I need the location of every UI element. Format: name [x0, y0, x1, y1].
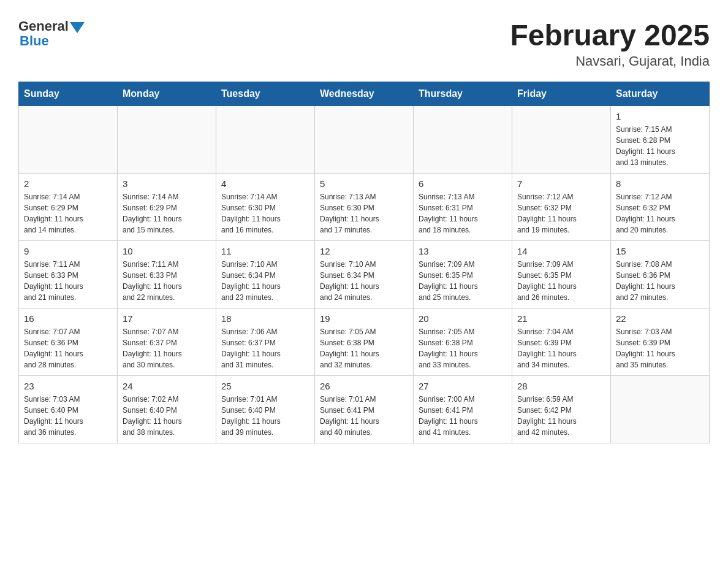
day-number: 28 — [517, 381, 605, 391]
calendar-cell: 9Sunrise: 7:11 AMSunset: 6:33 PMDaylight… — [19, 241, 118, 308]
day-number: 9 — [24, 246, 112, 256]
calendar-cell — [216, 106, 315, 174]
calendar-cell: 24Sunrise: 7:02 AMSunset: 6:40 PMDayligh… — [118, 376, 216, 443]
day-info: Sunrise: 6:59 AMSunset: 6:42 PMDaylight:… — [517, 394, 605, 438]
month-title: February 2025 — [510, 18, 710, 52]
calendar-cell: 20Sunrise: 7:05 AMSunset: 6:38 PMDayligh… — [414, 308, 512, 376]
day-info: Sunrise: 7:14 AMSunset: 6:29 PMDaylight:… — [24, 191, 112, 236]
calendar-cell: 28Sunrise: 6:59 AMSunset: 6:42 PMDayligh… — [512, 376, 611, 443]
calendar-table: SundayMondayTuesdayWednesdayThursdayFrid… — [18, 82, 710, 443]
day-number: 12 — [320, 246, 408, 256]
day-info: Sunrise: 7:09 AMSunset: 6:35 PMDaylight:… — [517, 259, 605, 303]
page-header: General Blue February 2025 Navsari, Guja… — [18, 18, 710, 69]
calendar-week-row: 23Sunrise: 7:03 AMSunset: 6:40 PMDayligh… — [19, 376, 710, 443]
day-number: 16 — [24, 313, 112, 324]
day-header-saturday: Saturday — [611, 82, 710, 106]
calendar-cell — [512, 106, 611, 174]
calendar-cell — [315, 106, 414, 174]
day-info: Sunrise: 7:15 AMSunset: 6:28 PMDaylight:… — [616, 124, 704, 168]
calendar-cell: 6Sunrise: 7:13 AMSunset: 6:31 PMDaylight… — [414, 174, 512, 241]
day-number: 5 — [320, 178, 408, 189]
day-header-friday: Friday — [512, 82, 611, 106]
calendar-cell: 2Sunrise: 7:14 AMSunset: 6:29 PMDaylight… — [19, 174, 118, 241]
day-info: Sunrise: 7:12 AMSunset: 6:32 PMDaylight:… — [517, 191, 605, 236]
calendar-cell: 10Sunrise: 7:11 AMSunset: 6:33 PMDayligh… — [118, 241, 216, 308]
day-header-wednesday: Wednesday — [315, 82, 414, 106]
day-number: 3 — [123, 178, 211, 189]
day-number: 18 — [221, 313, 309, 324]
logo-triangle-icon — [70, 22, 85, 33]
day-header-monday: Monday — [118, 82, 216, 106]
day-number: 17 — [123, 313, 211, 324]
day-number: 4 — [221, 178, 309, 189]
day-info: Sunrise: 7:07 AMSunset: 6:36 PMDaylight:… — [24, 326, 112, 370]
day-info: Sunrise: 7:10 AMSunset: 6:34 PMDaylight:… — [320, 259, 408, 303]
day-number: 11 — [221, 246, 309, 256]
day-number: 21 — [517, 313, 605, 324]
calendar-body: 1Sunrise: 7:15 AMSunset: 6:28 PMDaylight… — [19, 106, 710, 443]
calendar-header: SundayMondayTuesdayWednesdayThursdayFrid… — [19, 82, 710, 106]
calendar-cell: 15Sunrise: 7:08 AMSunset: 6:36 PMDayligh… — [611, 241, 710, 308]
day-number: 7 — [517, 178, 605, 189]
day-info: Sunrise: 7:05 AMSunset: 6:38 PMDaylight:… — [419, 326, 507, 370]
calendar-cell: 8Sunrise: 7:12 AMSunset: 6:32 PMDaylight… — [611, 174, 710, 241]
calendar-cell: 22Sunrise: 7:03 AMSunset: 6:39 PMDayligh… — [611, 308, 710, 376]
day-number: 2 — [24, 178, 112, 189]
calendar-cell: 21Sunrise: 7:04 AMSunset: 6:39 PMDayligh… — [512, 308, 611, 376]
calendar-cell: 12Sunrise: 7:10 AMSunset: 6:34 PMDayligh… — [315, 241, 414, 308]
day-number: 22 — [616, 313, 704, 324]
calendar-cell: 17Sunrise: 7:07 AMSunset: 6:37 PMDayligh… — [118, 308, 216, 376]
day-number: 1 — [616, 111, 704, 121]
day-info: Sunrise: 7:13 AMSunset: 6:31 PMDaylight:… — [419, 191, 507, 236]
day-header-sunday: Sunday — [19, 82, 118, 106]
calendar-cell: 13Sunrise: 7:09 AMSunset: 6:35 PMDayligh… — [414, 241, 512, 308]
day-number: 26 — [320, 381, 408, 391]
day-number: 14 — [517, 246, 605, 256]
day-info: Sunrise: 7:00 AMSunset: 6:41 PMDaylight:… — [419, 394, 507, 438]
calendar-week-row: 2Sunrise: 7:14 AMSunset: 6:29 PMDaylight… — [19, 174, 710, 241]
calendar-week-row: 16Sunrise: 7:07 AMSunset: 6:36 PMDayligh… — [19, 308, 710, 376]
day-number: 20 — [419, 313, 507, 324]
day-info: Sunrise: 7:11 AMSunset: 6:33 PMDaylight:… — [24, 259, 112, 303]
calendar-cell: 26Sunrise: 7:01 AMSunset: 6:41 PMDayligh… — [315, 376, 414, 443]
calendar-cell: 27Sunrise: 7:00 AMSunset: 6:41 PMDayligh… — [414, 376, 512, 443]
calendar-cell: 18Sunrise: 7:06 AMSunset: 6:37 PMDayligh… — [216, 308, 315, 376]
calendar-cell — [19, 106, 118, 174]
day-number: 24 — [123, 381, 211, 391]
calendar-cell: 3Sunrise: 7:14 AMSunset: 6:29 PMDaylight… — [118, 174, 216, 241]
calendar-week-row: 9Sunrise: 7:11 AMSunset: 6:33 PMDaylight… — [19, 241, 710, 308]
calendar-cell: 19Sunrise: 7:05 AMSunset: 6:38 PMDayligh… — [315, 308, 414, 376]
calendar-cell — [118, 106, 216, 174]
day-info: Sunrise: 7:11 AMSunset: 6:33 PMDaylight:… — [123, 259, 211, 303]
day-info: Sunrise: 7:03 AMSunset: 6:39 PMDaylight:… — [616, 326, 704, 370]
day-info: Sunrise: 7:14 AMSunset: 6:29 PMDaylight:… — [123, 191, 211, 236]
calendar-week-row: 1Sunrise: 7:15 AMSunset: 6:28 PMDaylight… — [19, 106, 710, 174]
day-number: 10 — [123, 246, 211, 256]
calendar-cell: 4Sunrise: 7:14 AMSunset: 6:30 PMDaylight… — [216, 174, 315, 241]
logo-blue-text: Blue — [20, 33, 49, 49]
day-header-thursday: Thursday — [414, 82, 512, 106]
day-number: 23 — [24, 381, 112, 391]
calendar-cell: 14Sunrise: 7:09 AMSunset: 6:35 PMDayligh… — [512, 241, 611, 308]
calendar-cell: 1Sunrise: 7:15 AMSunset: 6:28 PMDaylight… — [611, 106, 710, 174]
calendar-cell: 25Sunrise: 7:01 AMSunset: 6:40 PMDayligh… — [216, 376, 315, 443]
day-number: 25 — [221, 381, 309, 391]
calendar-cell: 23Sunrise: 7:03 AMSunset: 6:40 PMDayligh… — [19, 376, 118, 443]
day-header-row: SundayMondayTuesdayWednesdayThursdayFrid… — [19, 82, 710, 106]
title-block: February 2025 Navsari, Gujarat, India — [510, 18, 710, 69]
day-info: Sunrise: 7:10 AMSunset: 6:34 PMDaylight:… — [221, 259, 309, 303]
calendar-cell: 7Sunrise: 7:12 AMSunset: 6:32 PMDaylight… — [512, 174, 611, 241]
day-number: 15 — [616, 246, 704, 256]
day-header-tuesday: Tuesday — [216, 82, 315, 106]
day-info: Sunrise: 7:05 AMSunset: 6:38 PMDaylight:… — [320, 326, 408, 370]
day-info: Sunrise: 7:06 AMSunset: 6:37 PMDaylight:… — [221, 326, 309, 370]
day-info: Sunrise: 7:01 AMSunset: 6:40 PMDaylight:… — [221, 394, 309, 438]
day-info: Sunrise: 7:09 AMSunset: 6:35 PMDaylight:… — [419, 259, 507, 303]
day-number: 13 — [419, 246, 507, 256]
logo-general-text: General — [18, 18, 69, 34]
calendar-cell: 11Sunrise: 7:10 AMSunset: 6:34 PMDayligh… — [216, 241, 315, 308]
day-info: Sunrise: 7:04 AMSunset: 6:39 PMDaylight:… — [517, 326, 605, 370]
logo: General Blue — [18, 18, 85, 49]
calendar-cell — [611, 376, 710, 443]
calendar-cell — [414, 106, 512, 174]
